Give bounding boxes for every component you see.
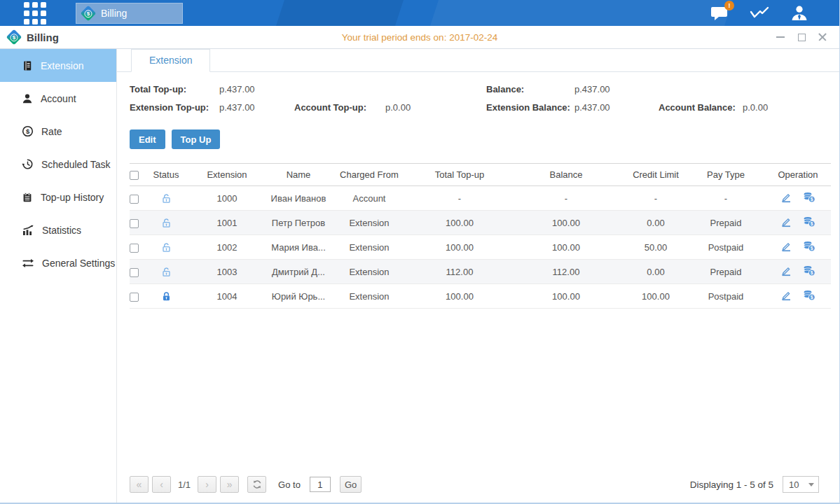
tab-extension[interactable]: Extension xyxy=(131,49,210,72)
goto-label: Go to xyxy=(278,479,301,490)
user-account-icon[interactable] xyxy=(790,5,808,22)
sidebar-item-label: Extension xyxy=(41,60,83,71)
edit-row-icon[interactable] xyxy=(780,241,792,252)
cell-charged-from: Extension xyxy=(326,211,412,235)
edit-row-icon[interactable] xyxy=(780,290,792,301)
cell-name: Иван Иванов xyxy=(270,186,326,211)
svg-text:$: $ xyxy=(811,246,813,251)
cell-name: Петр Петров xyxy=(270,211,326,235)
displaying-info: Displaying 1 - 5 of 5 xyxy=(690,479,773,490)
top-up-button[interactable]: Top Up xyxy=(172,130,221,149)
balance-label: Balance: xyxy=(486,84,574,94)
extension-topup-label: Extension Top-up: xyxy=(130,102,219,113)
page-indicator: 1/1 xyxy=(178,479,191,490)
account-topup-label: Account Top-up: xyxy=(294,102,385,113)
cell-balance: 100.00 xyxy=(507,284,625,309)
sidebar-item-label: Scheduled Task xyxy=(41,159,111,170)
page-size-select[interactable]: 10 xyxy=(783,476,819,493)
cell-credit-limit: 50.00 xyxy=(625,235,687,260)
taskbar-tab-billing[interactable]: $ Billing xyxy=(76,3,183,24)
window-title-bar: $ Billing Your trial period ends on: 201… xyxy=(0,26,839,49)
cell-total-topup: 100.00 xyxy=(412,235,507,260)
cell-total-topup: 112.00 xyxy=(412,260,507,284)
cell-credit-limit: 100.00 xyxy=(625,284,687,309)
statistics-chart-icon xyxy=(22,225,34,236)
svg-text:$: $ xyxy=(811,270,813,276)
statistics-chart-icon-top[interactable] xyxy=(750,6,769,21)
account-person-icon xyxy=(22,93,33,104)
svg-text:$: $ xyxy=(811,197,813,202)
column-header-status: Status xyxy=(149,164,184,186)
sidebar-item-rate[interactable]: $ Rate xyxy=(0,115,116,148)
sidebar-item-scheduled-task[interactable]: Scheduled Task xyxy=(0,148,116,181)
taskbar-tab-label: Billing xyxy=(101,8,127,19)
cell-total-topup: 100.00 xyxy=(412,211,507,235)
table-row: 1000 Иван Иванов Account - - - - $ xyxy=(130,186,831,211)
cell-extension: 1001 xyxy=(184,211,270,235)
sidebar-item-topup-history[interactable]: Top-up History xyxy=(0,181,116,214)
cell-total-topup: 100.00 xyxy=(412,284,507,309)
column-header-balance: Balance xyxy=(507,164,625,186)
minimize-button[interactable] xyxy=(775,31,786,43)
edit-row-icon[interactable] xyxy=(780,265,792,276)
refresh-icon xyxy=(252,479,262,489)
edit-button[interactable]: Edit xyxy=(130,130,165,149)
sidebar-item-label: Rate xyxy=(41,126,62,137)
row-checkbox[interactable] xyxy=(130,219,139,228)
sidebar-item-general-settings[interactable]: General Settings xyxy=(0,246,116,279)
apps-grid-icon[interactable] xyxy=(24,2,46,24)
trial-notice: Your trial period ends on: 2017-02-24 xyxy=(0,32,839,43)
table-header-row: Status Extension Name Charged From Total… xyxy=(130,164,831,186)
first-page-button[interactable]: « xyxy=(130,476,149,493)
top-up-row-icon[interactable]: $ xyxy=(803,241,815,252)
total-topup-label: Total Top-up: xyxy=(130,84,219,94)
cell-balance: 112.00 xyxy=(507,260,625,284)
column-header-credit-limit: Credit Limit xyxy=(625,164,687,186)
svg-text:$: $ xyxy=(811,221,813,227)
cell-credit-limit: - xyxy=(625,186,687,211)
messages-icon[interactable]: ! xyxy=(710,5,729,22)
next-page-button[interactable]: › xyxy=(198,476,216,493)
edit-row-icon[interactable] xyxy=(780,192,792,203)
row-checkbox[interactable] xyxy=(130,244,139,253)
chevron-down-icon xyxy=(808,483,814,486)
top-up-row-icon[interactable]: $ xyxy=(803,290,815,301)
cell-extension: 1004 xyxy=(184,284,270,309)
row-checkbox[interactable] xyxy=(130,293,139,302)
total-topup-value: p.437.00 xyxy=(219,84,294,94)
balance-summary: Total Top-up: p.437.00 Balance: p.437.00… xyxy=(117,72,839,113)
close-button[interactable] xyxy=(817,31,828,43)
row-checkbox[interactable] xyxy=(130,268,139,277)
cell-pay-type: Prepaid xyxy=(687,260,765,284)
system-top-bar: $ Billing ! xyxy=(0,0,839,26)
column-header-pay-type: Pay Type xyxy=(687,164,765,186)
last-page-button[interactable]: » xyxy=(220,476,239,493)
cell-name: Юрий Юрь... xyxy=(270,284,326,309)
select-all-checkbox[interactable] xyxy=(130,171,139,180)
top-up-row-icon[interactable]: $ xyxy=(803,216,815,227)
general-settings-sliders-icon xyxy=(22,258,34,268)
svg-text:$: $ xyxy=(26,127,30,135)
cell-charged-from: Extension xyxy=(326,284,412,309)
cell-total-topup: - xyxy=(412,186,507,211)
column-header-total-topup: Total Top-up xyxy=(412,164,507,186)
sidebar-item-statistics[interactable]: Statistics xyxy=(0,214,116,246)
top-up-row-icon[interactable]: $ xyxy=(803,265,815,276)
sidebar-item-extension[interactable]: Extension xyxy=(0,49,116,82)
cell-extension: 1002 xyxy=(184,235,270,260)
column-header-extension: Extension xyxy=(184,164,270,186)
extensions-table: Status Extension Name Charged From Total… xyxy=(130,163,831,309)
go-button[interactable]: Go xyxy=(340,476,362,493)
cell-charged-from: Account xyxy=(326,186,412,211)
prev-page-button[interactable]: ‹ xyxy=(152,476,171,493)
scheduled-task-clock-icon xyxy=(22,158,34,170)
top-up-row-icon[interactable]: $ xyxy=(803,192,815,203)
column-header-name: Name xyxy=(270,164,326,186)
goto-page-input[interactable] xyxy=(310,477,331,492)
row-checkbox[interactable] xyxy=(130,195,139,204)
maximize-button[interactable] xyxy=(796,31,807,43)
edit-row-icon[interactable] xyxy=(780,216,792,227)
cell-balance: - xyxy=(507,186,625,211)
refresh-button[interactable] xyxy=(247,476,266,493)
sidebar-item-account[interactable]: Account xyxy=(0,82,116,115)
